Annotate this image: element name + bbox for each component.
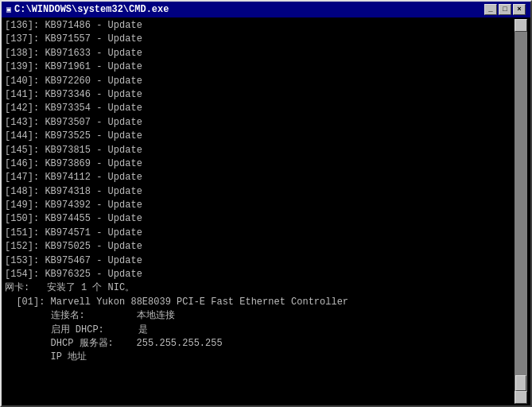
console-line: [147]: KB974112 - Update bbox=[5, 171, 515, 184]
console-line: [149]: KB974392 - Update bbox=[5, 199, 515, 212]
console-line: DHCP 服务器: 255.255.255.255 bbox=[5, 337, 515, 351]
console-line: [139]: KB971961 - Update bbox=[5, 60, 515, 74]
cmd-window: ▣ C:\WINDOWS\system32\CMD.exe _ □ × [136… bbox=[0, 0, 532, 407]
scrollbar[interactable]: ▲ ▼ bbox=[515, 19, 527, 404]
console-line: 连接名: 本地连接 bbox=[5, 309, 515, 323]
console-content: [136]: KB971486 - Update[137]: KB971557 … bbox=[5, 19, 515, 404]
console-line: 启用 DHCP: 是 bbox=[5, 324, 515, 337]
console-line: [136]: KB971486 - Update bbox=[5, 19, 515, 33]
maximize-button[interactable]: □ bbox=[499, 4, 511, 15]
title-bar: ▣ C:\WINDOWS\system32\CMD.exe _ □ × bbox=[2, 2, 530, 17]
minimize-button[interactable]: _ bbox=[484, 4, 497, 15]
console-line: [148]: KB974318 - Update bbox=[5, 185, 515, 199]
title-bar-left: ▣ C:\WINDOWS\system32\CMD.exe bbox=[6, 4, 169, 15]
console-line: [144]: KB973525 - Update bbox=[5, 130, 515, 143]
window-icon: ▣ bbox=[6, 5, 11, 14]
console-line: IP 地址 bbox=[5, 351, 515, 364]
console-area: [136]: KB971486 - Update[137]: KB971557 … bbox=[2, 17, 530, 405]
console-line: 网卡: 安装了 1 个 NIC。 bbox=[5, 281, 515, 295]
scroll-down-button[interactable]: ▼ bbox=[515, 391, 527, 404]
console-line: [137]: KB971557 - Update bbox=[5, 33, 515, 46]
scrollbar-thumb[interactable] bbox=[515, 375, 526, 391]
console-line: [141]: KB973346 - Update bbox=[5, 88, 515, 102]
console-line: [152]: KB975025 - Update bbox=[5, 240, 515, 254]
console-line: [140]: KB972260 - Update bbox=[5, 75, 515, 88]
scrollbar-track[interactable] bbox=[515, 32, 527, 391]
console-line: [150]: KB974455 - Update bbox=[5, 212, 515, 226]
console-line: [01]: Marvell Yukon 88E8039 PCI-E Fast E… bbox=[5, 296, 515, 309]
console-line: [151]: KB974571 - Update bbox=[5, 227, 515, 240]
console-line: [154]: KB976325 - Update bbox=[5, 268, 515, 281]
close-button[interactable]: × bbox=[513, 4, 526, 15]
console-line: [143]: KB973507 - Update bbox=[5, 116, 515, 130]
console-line: [142]: KB973354 - Update bbox=[5, 102, 515, 115]
title-bar-controls: _ □ × bbox=[484, 4, 526, 15]
console-line: [146]: KB973869 - Update bbox=[5, 157, 515, 171]
console-line: [153]: KB975467 - Update bbox=[5, 254, 515, 268]
scroll-up-button[interactable]: ▲ bbox=[515, 19, 527, 32]
window-title: C:\WINDOWS\system32\CMD.exe bbox=[14, 4, 169, 15]
console-line: [138]: KB971633 - Update bbox=[5, 47, 515, 60]
console-line: [145]: KB973815 - Update bbox=[5, 144, 515, 157]
